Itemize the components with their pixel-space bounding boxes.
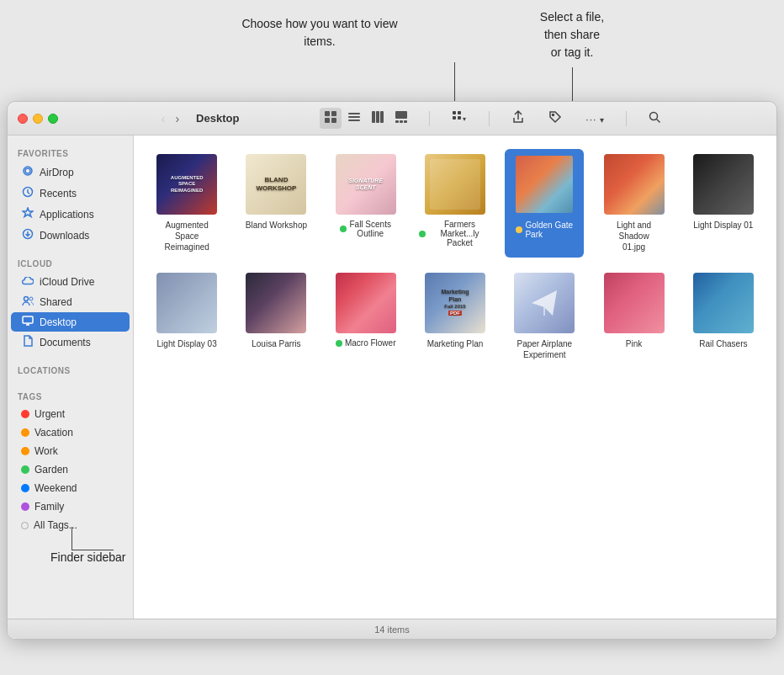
- file-item-paper-airplane[interactable]: Paper AirplaneExperiment: [505, 268, 584, 365]
- golden-gate-dot: [516, 226, 522, 233]
- tag-button[interactable]: [543, 108, 567, 129]
- file-item-augmented[interactable]: AUGMENTEDSPACEREIMAGINED AugmentedSpace …: [147, 149, 226, 258]
- toolbar-divider-3: [626, 111, 627, 126]
- list-view-button[interactable]: [343, 108, 365, 129]
- gallery-view-button[interactable]: [390, 108, 412, 129]
- toolbar-divider-1: [429, 111, 430, 126]
- sidebar-item-garden[interactable]: Garden: [11, 460, 130, 479]
- main-content: AUGMENTEDSPACEREIMAGINED AugmentedSpace …: [134, 136, 776, 619]
- thumb-louisa: [246, 273, 306, 333]
- svg-text:▾: ▾: [463, 115, 466, 123]
- nav-arrows: ‹ ›: [158, 110, 183, 127]
- svg-rect-3: [331, 118, 336, 123]
- maximize-button[interactable]: [48, 114, 58, 124]
- svg-rect-14: [453, 111, 456, 114]
- svg-rect-6: [348, 120, 360, 121]
- svg-rect-15: [458, 111, 461, 114]
- farmers-dot: [419, 231, 426, 237]
- sidebar-item-applications[interactable]: Applications: [11, 204, 130, 225]
- column-view-button[interactable]: [367, 108, 389, 129]
- file-label-rail-chasers: Rail Chasers: [699, 338, 747, 349]
- file-item-light-display-03[interactable]: Light Display 03: [147, 268, 226, 365]
- file-item-light-shadow[interactable]: Light and Shadow01.jpg: [594, 149, 673, 258]
- close-button[interactable]: [18, 114, 28, 124]
- sidebar-item-work[interactable]: Work: [11, 442, 130, 460]
- svg-rect-7: [372, 111, 375, 123]
- file-item-bland-workshop[interactable]: BLANDWORKSHOP Bland Workshop: [236, 149, 315, 258]
- thumb-farmers: [425, 154, 485, 215]
- thumb-text-bland: BLANDWORKSHOP: [254, 174, 298, 194]
- sidebar-item-shared[interactable]: Shared: [11, 291, 130, 312]
- file-item-louisa-parris[interactable]: Louisa Parris: [236, 268, 315, 365]
- svg-point-26: [29, 297, 33, 300]
- svg-rect-4: [348, 113, 360, 114]
- file-label-macro-flower: Macro Flower: [336, 338, 396, 348]
- thumb-macro-flower: [336, 273, 396, 333]
- file-label-light-display-03: Light Display 03: [157, 338, 217, 349]
- family-dot: [21, 502, 29, 511]
- sidebar-item-airdrop[interactable]: AirDrop: [11, 162, 130, 183]
- svg-rect-10: [395, 111, 407, 119]
- thumb-pink: [604, 273, 665, 333]
- sidebar-item-icloud-drive[interactable]: iCloud Drive: [11, 272, 130, 291]
- svg-rect-27: [23, 316, 33, 323]
- desktop-icon: [21, 316, 34, 328]
- file-label-golden-gate: Golden GatePark: [525, 221, 573, 239]
- sidebar-item-family[interactable]: Family: [11, 497, 130, 516]
- farmers-text: FarmersMarket...ly Packet: [428, 220, 491, 247]
- content-area: Favorites AirDrop Recents: [8, 136, 776, 619]
- sidebar-item-vacation[interactable]: Vacation: [11, 423, 130, 442]
- downloads-label: Downloads: [40, 230, 89, 242]
- thumb-text-augmented: AUGMENTEDSPACEREIMAGINED: [169, 173, 205, 195]
- recents-icon: [21, 186, 34, 200]
- minimize-button[interactable]: [33, 114, 43, 124]
- sidebar-item-all-tags[interactable]: All Tags...: [11, 516, 130, 534]
- file-grid: AUGMENTEDSPACEREIMAGINED AugmentedSpace …: [147, 149, 763, 365]
- fall-scents-dot: [340, 226, 347, 232]
- icloud-header: iCloud: [8, 252, 133, 272]
- file-label-louisa: Louisa Parris: [252, 338, 300, 349]
- file-item-marketing-plan[interactable]: MarketingPlanFall 2015PDF Marketing Plan: [416, 268, 495, 365]
- thumb-light-display-03: [156, 273, 217, 333]
- sidebar-item-recents[interactable]: Recents: [11, 183, 130, 204]
- svg-rect-12: [400, 120, 403, 123]
- svg-rect-2: [325, 118, 330, 123]
- sidebar-item-downloads[interactable]: Downloads: [11, 225, 130, 246]
- more-button[interactable]: ··· ▾: [580, 109, 609, 128]
- thumb-rail-chasers: [693, 273, 754, 333]
- file-label-pink: Pink: [626, 338, 642, 349]
- file-item-pink[interactable]: Pink: [594, 268, 673, 365]
- urgent-label: Urgent: [34, 408, 65, 420]
- sidebar-item-weekend[interactable]: Weekend: [11, 479, 130, 497]
- file-item-golden-gate[interactable]: Golden GatePark: [505, 149, 584, 258]
- file-item-fall-scents[interactable]: SIGNATURESCENT Fall ScentsOutline: [326, 149, 405, 258]
- status-text: 14 items: [374, 625, 410, 635]
- weekend-label: Weekend: [34, 482, 77, 494]
- icon-view-button[interactable]: [320, 108, 342, 129]
- family-label: Family: [34, 501, 64, 513]
- desktop-label: Desktop: [40, 316, 77, 328]
- svg-rect-0: [325, 111, 330, 116]
- file-item-farmers-market[interactable]: FarmersMarket...ly Packet: [416, 149, 495, 258]
- thumb-augmented: AUGMENTEDSPACEREIMAGINED: [156, 154, 217, 215]
- search-button[interactable]: [644, 109, 666, 129]
- sidebar-item-documents[interactable]: Documents: [11, 332, 130, 353]
- documents-icon: [21, 335, 34, 349]
- share-button[interactable]: [506, 108, 530, 129]
- fall-scents-text: Fall ScentsOutline: [349, 220, 390, 238]
- file-item-rail-chasers[interactable]: Rail Chasers: [684, 268, 763, 365]
- file-item-macro-flower[interactable]: Macro Flower: [326, 268, 405, 365]
- back-button[interactable]: ‹: [158, 110, 169, 127]
- forward-button[interactable]: ›: [172, 110, 183, 127]
- macro-flower-dot: [336, 340, 342, 347]
- group-button[interactable]: ▾: [447, 108, 472, 129]
- sidebar-annotation-label: Finder sidebar: [50, 550, 126, 564]
- sidebar-item-urgent[interactable]: Urgent: [11, 405, 130, 423]
- file-label-fall-scents: Fall ScentsOutline: [340, 220, 390, 238]
- tags-header: Tags: [8, 385, 133, 405]
- sidebar-item-desktop[interactable]: Desktop: [11, 312, 130, 332]
- file-item-light-display-01[interactable]: Light Display 01: [684, 149, 763, 258]
- icloud-drive-icon: [21, 275, 34, 288]
- file-label-augmented: AugmentedSpace Reimagined: [153, 220, 220, 252]
- file-label-light-shadow: Light and Shadow01.jpg: [601, 220, 668, 252]
